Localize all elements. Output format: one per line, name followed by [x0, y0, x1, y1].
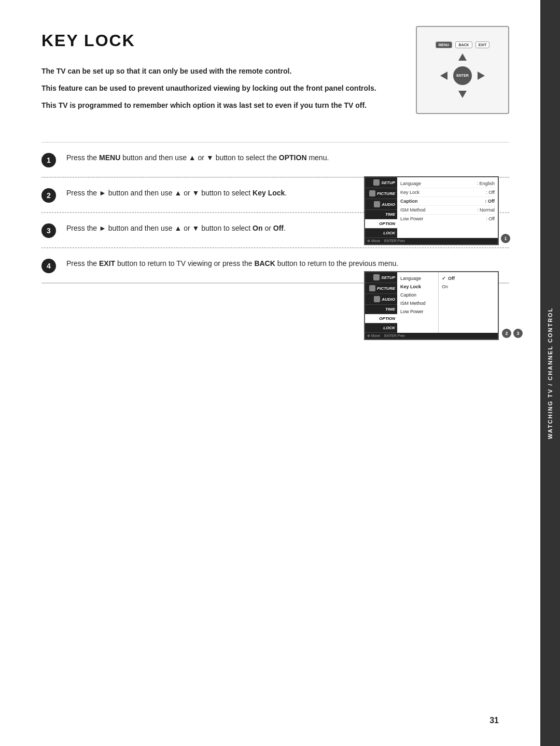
- screen2-submenu-values: ✓ Off On: [439, 272, 498, 333]
- s2-language: Language: [397, 274, 438, 283]
- ism-label: ISM Method: [400, 207, 426, 213]
- s2-keylock: Key Lock: [397, 283, 438, 291]
- screen1-language-row: Language : English: [400, 179, 495, 188]
- page-title: KEY LOCK: [41, 31, 376, 50]
- checkmark-icon: ✓: [442, 276, 446, 281]
- menu-item-time: TIME: [365, 210, 397, 219]
- keylock-value: : Off: [486, 190, 495, 195]
- step-2-number: 2: [41, 188, 56, 203]
- step-1-row: 1 Press the MENU button and then use ▲ o…: [41, 143, 509, 177]
- screen1-keylock-row: Key Lock : Off: [400, 188, 495, 197]
- screen2-submenu-main: Language Key Lock Caption ISM Method Low…: [397, 272, 498, 333]
- screen2-footer: ⊕ Move ENTER Prev: [365, 333, 498, 339]
- s2-picture-icon: [369, 285, 375, 291]
- language-label: Language: [400, 181, 421, 186]
- lowpower-label: Low Power: [400, 216, 424, 221]
- dpad-up-arrow: [458, 53, 467, 61]
- s2-audio-icon: [374, 296, 380, 302]
- caption-value: : Off: [485, 199, 495, 204]
- menu-item-picture: PICTURE: [365, 188, 397, 199]
- side-tab: WATCHING TV / CHANNEL CONTROL: [540, 0, 560, 746]
- step-4-text: Press the EXIT button to return to TV vi…: [66, 258, 398, 269]
- dpad-left-arrow: [440, 72, 447, 80]
- screen2-badge-3: 3: [513, 329, 523, 338]
- s2-audio: AUDIO: [365, 294, 397, 305]
- step-3-text: Press the ► button and then use ▲ or ▼ b…: [66, 222, 286, 234]
- step-1-text: Press the MENU button and then use ▲ or …: [66, 152, 329, 163]
- menu-item-option-active: OPTION: [365, 219, 397, 229]
- screen1-caption-row: Caption : Off: [400, 197, 495, 206]
- intro-para-1: The TV can be set up so that it can only…: [41, 66, 376, 77]
- screen2-menu-left: SETUP PICTURE AUDIO TIME OPTION: [365, 272, 397, 333]
- s2-option-active: OPTION: [365, 314, 397, 323]
- screen1-badge: 1: [501, 234, 510, 243]
- screen2-mockup: SETUP PICTURE AUDIO TIME OPTION: [364, 271, 499, 340]
- s2-setup-icon: [373, 274, 380, 280]
- dpad-right-arrow: [478, 72, 485, 80]
- s2-ism: ISM Method: [397, 299, 438, 307]
- screens-column: SETUP PICTURE AUDIO TIME: [364, 176, 499, 356]
- remote-menu-button: MENU: [436, 41, 453, 48]
- setup-icon: [373, 179, 380, 186]
- remote-back-button: BACK: [455, 41, 472, 48]
- dpad-enter-button: ENTER: [453, 66, 472, 85]
- screen1-lowpower-row: Low Power : Off: [400, 215, 495, 223]
- s2-off-option: ✓ Off: [442, 274, 495, 283]
- ism-value: : Normal: [477, 207, 495, 213]
- screen1-menu-right: Language : English Key Lock : Off Captio…: [397, 177, 498, 238]
- s2-setup: SETUP: [365, 272, 397, 283]
- side-tab-label: WATCHING TV / CHANNEL CONTROL: [547, 307, 553, 439]
- lowpower-value: : Off: [486, 216, 495, 221]
- remote-exit-button: EXIT: [475, 41, 490, 48]
- intro-para-3: This TV is programmed to remember which …: [41, 100, 376, 111]
- audio-icon: [374, 201, 380, 207]
- step-2-text: Press the ► button and then use ▲ or ▼ b…: [66, 187, 287, 199]
- s2-on-label: On: [442, 284, 448, 289]
- screen2-submenu-items: Language Key Lock Caption ISM Method Low…: [397, 272, 439, 333]
- s2-off-label: Off: [448, 276, 455, 281]
- dpad-down-arrow: [458, 91, 467, 98]
- step-1-number: 1: [41, 153, 56, 167]
- screen1-mockup: SETUP PICTURE AUDIO TIME: [364, 176, 499, 245]
- s2-caption: Caption: [397, 291, 438, 299]
- remote-illustration: MENU BACK EXIT ENTER: [416, 26, 509, 114]
- menu-item-setup: SETUP: [365, 177, 397, 188]
- screen2-footer-move: ⊕ Move: [367, 334, 380, 338]
- screen2-badge-2: 2: [502, 329, 511, 338]
- screen1-menu-left: SETUP PICTURE AUDIO TIME: [365, 177, 397, 238]
- page-number: 31: [489, 716, 499, 725]
- remote-dpad: ENTER: [439, 52, 486, 99]
- picture-icon: [369, 190, 375, 196]
- s2-time: TIME: [365, 305, 397, 314]
- screen1-footer-prev: ENTER Prev: [384, 239, 405, 243]
- menu-item-lock: LOCK: [365, 229, 397, 238]
- screen1-ism-row: ISM Method : Normal: [400, 206, 495, 215]
- step-3-number: 3: [41, 223, 56, 238]
- step-4-number: 4: [41, 259, 56, 273]
- screen1-footer-move: ⊕ Move: [367, 239, 380, 243]
- screen2-badges: 2 3: [502, 329, 523, 338]
- menu-item-audio: AUDIO: [365, 199, 397, 210]
- language-value: : English: [477, 181, 495, 186]
- s2-lock: LOCK: [365, 323, 397, 333]
- keylock-label: Key Lock: [400, 190, 419, 195]
- intro-para-2: This feature can be used to prevent unau…: [41, 83, 376, 94]
- s2-on-option: On: [442, 283, 495, 291]
- screen2-footer-prev: ENTER Prev: [384, 334, 405, 338]
- caption-label: Caption: [400, 199, 418, 204]
- screen1-footer: ⊕ Move ENTER Prev: [365, 238, 498, 244]
- s2-lowpower: Low Power: [397, 307, 438, 316]
- s2-picture: PICTURE: [365, 283, 397, 294]
